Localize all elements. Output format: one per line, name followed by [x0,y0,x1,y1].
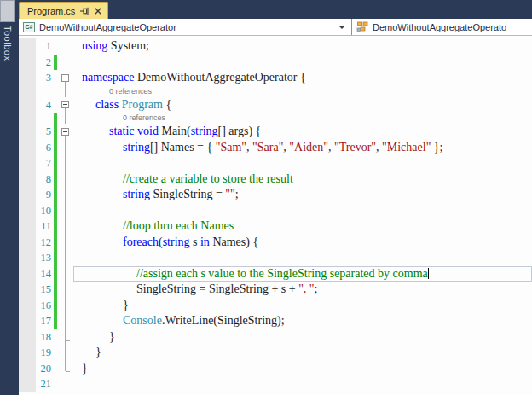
code-text[interactable]: class Program { [73,97,532,113]
code-text[interactable]: } [73,361,532,377]
code-line[interactable]: 3namespace DemoWithoutAggregateOperator … [19,70,532,86]
code-editor[interactable]: 1using System;23namespace DemoWithoutAgg… [19,36,532,395]
tab-program-cs[interactable]: Program.cs [19,2,108,19]
line-number: 9 [36,187,53,203]
code-line[interactable]: 21 [19,376,532,392]
collapse-minus-icon[interactable] [61,101,69,108]
breakpoint-margin[interactable] [19,38,36,55]
code-line[interactable]: 7 [19,155,532,171]
outlining-margin [58,345,73,361]
codelens-references[interactable]: 0 references [73,113,532,124]
code-line[interactable]: 16} [19,298,532,314]
code-text[interactable]: using System; [73,38,532,55]
code-text[interactable]: //loop thru each Names [73,218,532,235]
breakpoint-margin[interactable] [19,70,36,86]
code-line[interactable]: 9string SingleString = ""; [19,187,532,203]
breakpoint-margin[interactable] [19,361,36,377]
code-text[interactable]: } [73,329,532,346]
line-number: 7 [36,155,53,171]
code-line[interactable]: 11//loop thru each Names [19,218,532,235]
code-line[interactable]: 10 [19,203,532,219]
pin-icon[interactable] [80,7,90,15]
breakpoint-margin[interactable] [19,140,36,156]
outlining-margin [58,313,73,329]
code-line[interactable]: 19} [19,345,532,361]
code-line[interactable]: 14//assign each s value to the SingleStr… [19,266,532,282]
breakpoint-margin[interactable] [19,113,36,124]
code-text[interactable]: SingleString = SingleString + s + ", "; [73,282,532,298]
breakpoint-margin[interactable] [19,250,36,266]
code-text[interactable]: string[] Names = { "Sam", "Sara", "Aiden… [73,140,532,156]
code-text[interactable]: Console.WriteLine(SingleString); [73,313,532,329]
breakpoint-margin[interactable] [19,203,36,219]
line-number: 11 [36,218,53,235]
codelens-row[interactable]: 0 references [19,113,532,124]
close-icon[interactable] [95,8,101,15]
line-number: 20 [36,361,53,377]
code-line[interactable]: 2 [19,55,532,71]
breakpoint-margin[interactable] [19,86,36,97]
code-text[interactable]: //assign each s value to the SingleStrin… [73,266,532,282]
code-text[interactable]: foreach(string s in Names) { [73,235,532,251]
code-line[interactable]: 20} [19,361,532,377]
code-text[interactable]: } [73,298,532,314]
outlining-margin [58,171,73,188]
code-text[interactable]: static void Main(string[] args) { [73,124,532,140]
breakpoint-margin[interactable] [19,155,36,171]
codelens-row[interactable]: 0 references [19,86,532,97]
breakpoint-margin[interactable] [19,124,36,140]
code-line[interactable]: 12foreach(string s in Names) { [19,235,532,251]
line-number: 10 [36,203,53,219]
code-text[interactable] [73,55,532,71]
breakpoint-margin[interactable] [19,345,36,361]
line-number: 14 [36,266,53,282]
breakpoint-margin[interactable] [19,313,36,329]
code-text[interactable]: //create a variable to store the result [73,171,532,188]
code-text[interactable] [73,203,532,219]
collapse-minus-icon[interactable] [61,74,69,82]
breakpoint-margin[interactable] [19,97,36,113]
breakpoint-margin[interactable] [19,171,36,188]
project-dropdown[interactable]: C# DemoWithoutAggregateOperator [19,19,352,35]
collapse-minus-icon[interactable] [61,128,69,136]
code-line[interactable]: 6string[] Names = { "Sam", "Sara", "Aide… [19,140,532,156]
breakpoint-margin[interactable] [19,298,36,314]
code-text[interactable] [73,376,532,392]
code-line[interactable]: 4class Program { [19,97,532,113]
line-number: 13 [36,250,53,266]
line-number: 15 [36,282,53,298]
outlining-margin [58,266,73,282]
outlining-margin [58,70,73,86]
code-text[interactable] [73,155,532,171]
line-number: 12 [36,235,53,251]
code-line[interactable]: 17Console.WriteLine(SingleString); [19,313,532,329]
breakpoint-margin[interactable] [19,235,36,251]
breakpoint-margin[interactable] [19,266,36,282]
breakpoint-margin[interactable] [19,187,36,203]
code-line[interactable]: 15SingleString = SingleString + s + ", "… [19,282,532,298]
breakpoint-margin[interactable] [19,376,36,392]
document-area: Program.cs C# DemoWithoutAggregateOperat… [19,0,532,395]
code-text[interactable] [73,250,532,266]
type-dropdown[interactable]: DemoWithoutAggregateOperato [352,19,532,35]
code-line[interactable]: 1using System; [19,38,532,55]
code-line[interactable]: 8//create a variable to store the result [19,171,532,188]
code-text[interactable]: namespace DemoWithoutAggregateOperator { [73,70,532,86]
code-text[interactable]: string SingleString = ""; [73,187,532,203]
breakpoint-margin[interactable] [19,282,36,298]
outlining-margin [58,97,73,113]
chevron-down-icon[interactable] [338,26,345,29]
outlining-margin [58,361,73,377]
breakpoint-margin[interactable] [19,218,36,235]
code-line[interactable]: 5static void Main(string[] args) { [19,124,532,140]
line-number: 16 [36,298,53,314]
breakpoint-margin[interactable] [19,329,36,346]
breakpoint-margin[interactable] [19,55,36,71]
code-text[interactable]: } [73,345,532,361]
outlining-margin [58,235,73,251]
sidebar-tab-toolbox[interactable]: Toolbox [3,26,13,61]
code-line[interactable]: 13 [19,250,532,266]
codelens-references[interactable]: 0 references [73,86,532,97]
code-line[interactable]: 18} [19,329,532,346]
line-number: 1 [36,38,53,55]
